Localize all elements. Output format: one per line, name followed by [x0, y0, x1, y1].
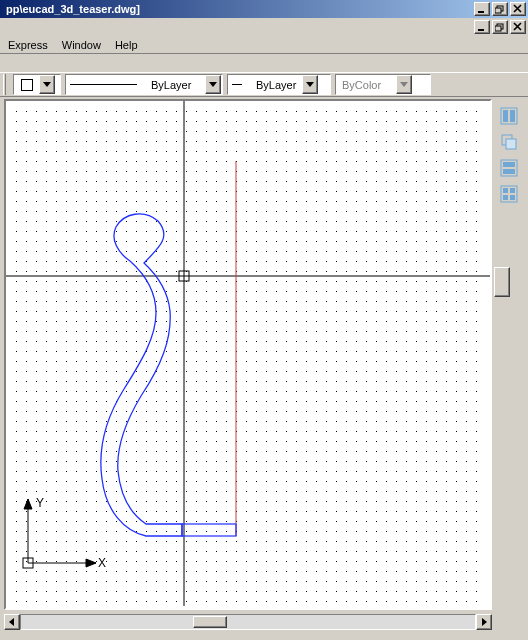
svg-rect-24	[503, 169, 515, 174]
svg-rect-28	[503, 195, 508, 200]
horizontal-scrollbar	[4, 614, 492, 630]
svg-rect-2	[495, 8, 501, 13]
plotstyle-label: ByColor	[336, 79, 396, 91]
toolbar-gap	[0, 54, 528, 72]
lineweight-sample	[228, 75, 250, 94]
svg-rect-25	[501, 186, 517, 202]
svg-rect-8	[10, 105, 486, 603]
tile-vert-icon[interactable]	[498, 105, 520, 127]
hscroll-right-button[interactable]	[476, 614, 492, 630]
linetype-sample	[66, 75, 145, 94]
svg-rect-13	[182, 524, 236, 536]
chevron-down-icon	[396, 75, 412, 94]
hscroll-track[interactable]	[20, 614, 476, 630]
properties-toolbar: ByLayer ByLayer ByColor	[0, 72, 528, 97]
lineweight-label: ByLayer	[250, 79, 302, 91]
toolbar-grip[interactable]	[3, 74, 6, 95]
mdi-minimize-button[interactable]	[474, 20, 490, 34]
svg-rect-4	[497, 24, 503, 29]
linetype-label: ByLayer	[145, 79, 205, 91]
svg-rect-3	[478, 29, 484, 31]
menu-express[interactable]: Express	[8, 39, 48, 51]
svg-rect-26	[503, 188, 508, 193]
axis-x-label: X	[98, 556, 106, 570]
svg-rect-1	[497, 6, 503, 11]
svg-rect-0	[478, 11, 484, 13]
tile-cascade-icon[interactable]	[498, 131, 520, 153]
svg-rect-16	[23, 558, 33, 568]
svg-rect-5	[495, 26, 501, 31]
lineweight-combo[interactable]: ByLayer	[227, 74, 331, 95]
chevron-down-icon	[205, 75, 221, 94]
right-toolstrip	[498, 105, 522, 205]
color-swatch	[14, 75, 39, 94]
caption-minimize-button[interactable]	[474, 2, 490, 16]
hscroll-left-button[interactable]	[4, 614, 20, 630]
caption-close-button[interactable]	[510, 2, 526, 16]
svg-rect-17	[501, 108, 517, 124]
mdi-close-button[interactable]	[510, 20, 526, 34]
mdi-restore-button[interactable]	[492, 20, 508, 34]
svg-rect-11	[179, 271, 189, 281]
mdi-caption-row	[0, 18, 528, 36]
color-combo[interactable]	[13, 74, 61, 95]
hscroll-thumb[interactable]	[193, 616, 227, 628]
svg-rect-27	[510, 188, 515, 193]
tile-horiz-icon[interactable]	[498, 157, 520, 179]
svg-rect-29	[510, 195, 515, 200]
linetype-combo[interactable]: ByLayer	[65, 74, 223, 95]
vertical-scroll-thumb[interactable]	[494, 267, 510, 297]
plotstyle-combo: ByColor	[335, 74, 431, 95]
svg-rect-22	[501, 160, 517, 176]
svg-rect-18	[503, 110, 508, 122]
caption-restore-button[interactable]	[492, 2, 508, 16]
menu-help[interactable]: Help	[115, 39, 138, 51]
workarea: Y X	[0, 97, 528, 640]
titlebar: pp\eucad_3d_teaser.dwg]	[0, 0, 528, 18]
svg-rect-23	[503, 162, 515, 167]
chevron-down-icon	[39, 75, 55, 94]
axis-y-label: Y	[36, 496, 44, 510]
titlebar-path: pp\eucad_3d_teaser.dwg]	[2, 3, 472, 15]
drawing-canvas-frame: Y X	[4, 99, 492, 610]
drawing-canvas[interactable]: Y X	[6, 101, 490, 606]
svg-rect-21	[506, 139, 516, 149]
menu-window[interactable]: Window	[62, 39, 101, 51]
chevron-down-icon	[302, 75, 318, 94]
color-swatch-square	[21, 79, 33, 91]
menubar: Express Window Help	[0, 36, 528, 54]
svg-rect-20	[502, 135, 512, 145]
svg-rect-19	[510, 110, 515, 122]
tile-quad-icon[interactable]	[498, 183, 520, 205]
